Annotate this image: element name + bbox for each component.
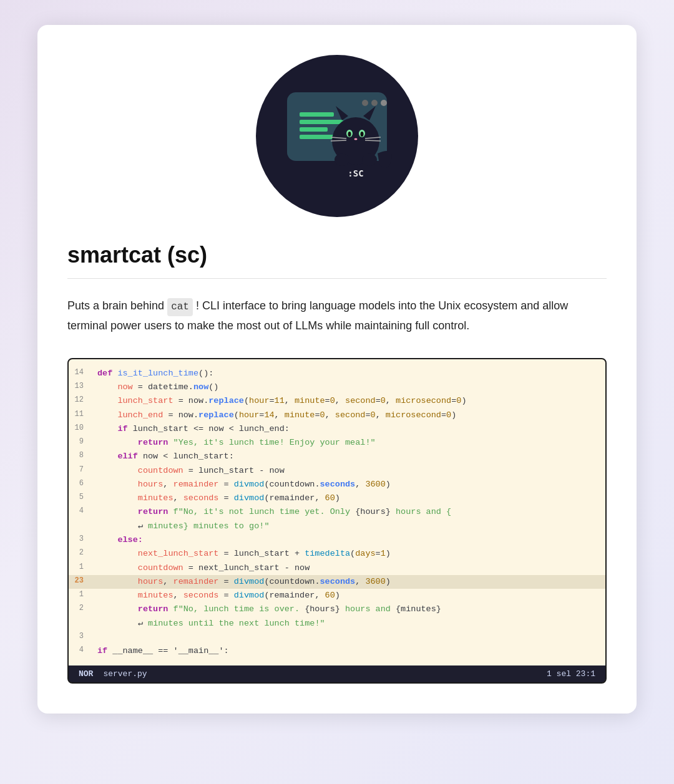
code-text: if lunch_start <= now < lunch_end: — [97, 422, 598, 436]
description: Puts a brain behind cat ! CLI interface … — [67, 296, 607, 336]
logo-circle: :SC — [256, 55, 418, 217]
line-number: 4 — [69, 644, 89, 657]
code-line: ↵ minutes until the next lunch time!" — [69, 617, 605, 631]
svg-point-2 — [371, 100, 378, 106]
line-number: 14 — [69, 367, 89, 379]
svg-point-3 — [381, 100, 387, 106]
code-text: return "Yes, it's lunch time! Enjoy your… — [97, 436, 598, 450]
code-line: 2 return f"No, lunch time is over. {hour… — [69, 603, 605, 616]
code-text: countdown = next_lunch_start - now — [97, 561, 598, 575]
code-text: if __name__ == '__main__': — [97, 644, 598, 658]
svg-line-17 — [331, 140, 346, 141]
code-text: lunch_end = now.replace(hour=14, minute=… — [97, 409, 598, 422]
code-text: ↵ minutes} minutes to go!" — [97, 520, 598, 533]
svg-point-20 — [335, 153, 349, 166]
code-line: 3 else: — [69, 533, 605, 547]
code-text: return f"No, it's not lunch time yet. On… — [97, 505, 598, 519]
code-text: minutes, seconds = divmod(remainder, 60) — [97, 589, 598, 603]
svg-rect-6 — [300, 127, 328, 132]
svg-point-14 — [361, 132, 364, 137]
code-body: 14 def is_it_lunch_time(): 13 now = date… — [69, 359, 605, 665]
status-bar: NOR server.py 1 sel 23:1 — [69, 665, 605, 682]
page-title: smartcat (sc) — [67, 242, 607, 268]
code-line: 6 hours, remainder = divmod(countdown.se… — [69, 478, 605, 491]
code-text: lunch_start = now.replace(hour=11, minut… — [97, 394, 598, 408]
code-text: elif now < lunch_start: — [97, 450, 598, 463]
code-line: 11 lunch_end = now.replace(hour=14, minu… — [69, 409, 605, 422]
status-mode: NOR — [79, 669, 93, 679]
code-line: 10 if lunch_start <= now < lunch_end: — [69, 422, 605, 436]
code-window: 14 def is_it_lunch_time(): 13 now = date… — [67, 358, 607, 684]
code-line: 1 countdown = next_lunch_start - now — [69, 561, 605, 575]
logo-svg: :SC — [268, 67, 406, 205]
line-number: 11 — [69, 409, 89, 421]
code-line: 2 next_lunch_start = lunch_start + timed… — [69, 547, 605, 561]
svg-point-21 — [362, 153, 377, 166]
description-before: Puts a brain behind — [67, 299, 167, 312]
code-text: else: — [97, 533, 598, 547]
code-text: hours, remainder = divmod(countdown.seco… — [97, 478, 598, 491]
svg-point-15 — [354, 138, 358, 140]
code-line: 8 elif now < lunch_start: — [69, 450, 605, 463]
svg-text::SC: :SC — [348, 168, 363, 178]
code-line: 5 minutes, seconds = divmod(remainder, 6… — [69, 491, 605, 505]
status-info: 1 sel 23:1 — [547, 669, 595, 679]
code-text: ↵ minutes until the next lunch time!" — [97, 617, 598, 631]
title-divider — [67, 278, 607, 279]
code-line: ↵ minutes} minutes to go!" — [69, 520, 605, 533]
code-line-highlighted: 23 hours, remainder = divmod(countdown.s… — [69, 575, 605, 589]
code-line: 9 return "Yes, it's lunch time! Enjoy yo… — [69, 436, 605, 450]
line-number: 6 — [69, 478, 89, 490]
code-text: next_lunch_start = lunch_start + timedel… — [97, 547, 598, 561]
svg-rect-5 — [300, 120, 343, 124]
main-card: :SC smartcat (sc) Puts a brain behind ca… — [37, 25, 637, 714]
code-line: 14 def is_it_lunch_time(): — [69, 367, 605, 380]
code-text: return f"No, lunch time is over. {hours}… — [97, 603, 598, 616]
code-text: hours, remainder = divmod(countdown.seco… — [97, 575, 598, 589]
line-number: 9 — [69, 436, 89, 448]
code-line: 4 if __name__ == '__main__': — [69, 644, 605, 665]
line-number: 5 — [69, 491, 89, 504]
svg-line-19 — [365, 140, 381, 141]
line-number: 3 — [69, 631, 89, 643]
code-line: 3 — [69, 631, 605, 644]
status-file: server.py — [103, 669, 147, 679]
line-number: 10 — [69, 422, 89, 435]
line-number: 2 — [69, 547, 89, 559]
code-text: def is_it_lunch_time(): — [97, 367, 598, 380]
line-number: 7 — [69, 464, 89, 477]
line-number: 8 — [69, 450, 89, 462]
code-line: 13 now = datetime.now() — [69, 380, 605, 394]
line-number: 12 — [69, 394, 89, 407]
cat-code-badge: cat — [167, 298, 193, 316]
code-line: 7 countdown = lunch_start - now — [69, 464, 605, 478]
line-number: 1 — [69, 589, 89, 601]
line-number: 3 — [69, 533, 89, 546]
line-number: 13 — [69, 380, 89, 393]
svg-point-13 — [348, 132, 351, 137]
status-left: NOR server.py — [79, 669, 147, 679]
line-number: 2 — [69, 603, 89, 615]
line-number: 4 — [69, 505, 89, 518]
code-text: minutes, seconds = divmod(remainder, 60) — [97, 491, 598, 505]
logo-container: :SC — [67, 55, 607, 217]
code-text: countdown = lunch_start - now — [97, 464, 598, 478]
code-text: now = datetime.now() — [97, 380, 598, 394]
code-line: 4 return f"No, it's not lunch time yet. … — [69, 505, 605, 519]
svg-point-1 — [362, 100, 368, 106]
line-number: 23 — [69, 575, 89, 588]
code-line: 1 minutes, seconds = divmod(remainder, 6… — [69, 589, 605, 603]
svg-rect-4 — [300, 112, 334, 117]
line-number: 1 — [69, 561, 89, 574]
code-line: 12 lunch_start = now.replace(hour=11, mi… — [69, 394, 605, 408]
